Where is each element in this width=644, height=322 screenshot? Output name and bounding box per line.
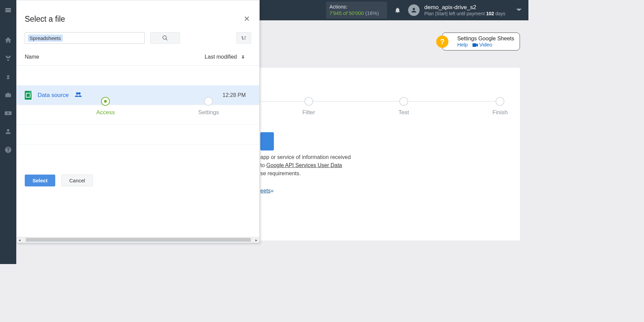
continue-button-fragment[interactable]	[260, 132, 274, 150]
connections-icon[interactable]	[4, 54, 12, 62]
step-test[interactable]: Test	[399, 97, 409, 116]
policy-link[interactable]: Google API Services User Data	[266, 162, 342, 168]
siderail	[0, 20, 16, 264]
file-row[interactable]: Data source12:28 PM	[17, 85, 259, 105]
step-dot	[204, 97, 213, 106]
avatar-icon[interactable]	[408, 4, 420, 16]
plan-line: Plan |Start| left until payment 102 days	[424, 11, 505, 16]
file-name: Data source	[38, 92, 69, 99]
username: demo_apix-drive_s2	[424, 4, 505, 11]
actions-label: Actions:	[329, 4, 382, 10]
sort-button[interactable]	[236, 32, 251, 44]
step-access[interactable]: Access	[96, 97, 115, 116]
step-label: Filter	[302, 109, 315, 116]
sort-desc-icon	[240, 54, 246, 60]
col-modified[interactable]: Last modified	[205, 54, 237, 60]
video-link[interactable]: Video	[479, 42, 492, 47]
notifications-icon[interactable]	[392, 4, 403, 16]
scroll-left-arrow[interactable]: ◄	[17, 237, 22, 243]
actions-pct: (16%)	[365, 10, 379, 16]
actions-counter: Actions: 7'945 of 50'000 (16%)	[326, 2, 387, 19]
youtube-icon[interactable]	[4, 109, 12, 117]
actions-of: of	[343, 10, 347, 16]
user-menu-caret[interactable]	[516, 7, 522, 13]
col-name[interactable]: Name	[25, 54, 39, 60]
search-button[interactable]	[150, 32, 180, 44]
help-badge-icon: ?	[436, 36, 448, 48]
picker-title: Select a file	[25, 15, 65, 24]
actions-total: 50'000	[349, 10, 364, 16]
file-type-filter[interactable]: Spreadsheets	[25, 32, 145, 44]
select-button[interactable]: Select	[25, 175, 55, 186]
file-picker-modal: Select a file ✕ Spreadsheets Name Last m…	[16, 0, 260, 243]
file-list: Data source12:28 PM	[17, 66, 259, 167]
shared-icon	[75, 92, 82, 98]
empty-row	[17, 105, 259, 125]
step-label: Access	[96, 109, 115, 116]
step-label: Test	[399, 109, 409, 116]
help-icon[interactable]	[4, 146, 12, 154]
step-label: Finish	[492, 109, 508, 116]
help-widget: ? Settings Google Sheets Help Video	[442, 33, 520, 51]
help-link[interactable]: Help	[457, 42, 468, 47]
step-settings[interactable]: Settings	[198, 97, 219, 116]
help-title: Settings Google Sheets	[457, 36, 514, 42]
billing-icon[interactable]	[4, 73, 12, 81]
sheets-icon	[25, 91, 32, 100]
step-dot	[101, 97, 110, 106]
step-filter[interactable]: Filter	[302, 97, 315, 116]
step-finish[interactable]: Finish	[492, 97, 508, 116]
picker-footer: Select Cancel	[17, 167, 259, 193]
sheets-link[interactable]: eets	[260, 188, 270, 194]
horizontal-scrollbar[interactable]: ◄ ►	[17, 237, 259, 243]
file-modified: 12:28 PM	[223, 92, 246, 98]
more-link-line: eets»	[260, 188, 274, 194]
policy-text: app or service of information received t…	[260, 153, 351, 178]
step-dot	[304, 97, 313, 106]
columns-header: Name Last modified	[17, 48, 259, 66]
empty-row	[17, 125, 259, 144]
video-icon	[472, 43, 478, 47]
step-dot	[496, 97, 504, 106]
actions-used: 7'945	[329, 10, 342, 16]
step-dot	[399, 97, 408, 106]
scroll-right-arrow[interactable]: ►	[254, 237, 259, 243]
step-label: Settings	[198, 109, 219, 116]
close-icon[interactable]: ✕	[242, 13, 251, 25]
briefcase-icon[interactable]	[4, 91, 12, 99]
hamburger-menu[interactable]	[0, 0, 16, 20]
user-block: demo_apix-drive_s2 Plan |Start| left unt…	[424, 4, 505, 16]
home-icon[interactable]	[4, 36, 12, 44]
scroll-thumb[interactable]	[26, 238, 251, 242]
account-icon[interactable]	[4, 127, 12, 136]
cancel-button[interactable]: Cancel	[61, 175, 93, 186]
